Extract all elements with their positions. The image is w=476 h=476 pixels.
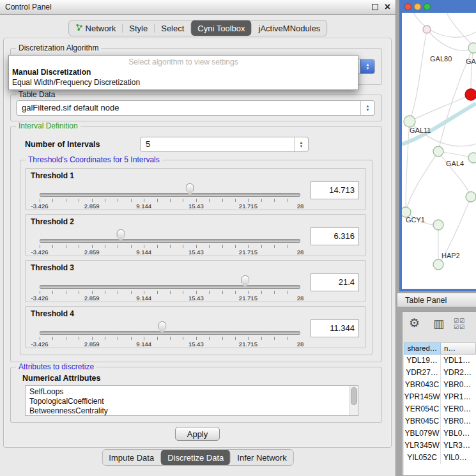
table-row[interactable]: YER054CYER0… (404, 403, 476, 415)
network-node[interactable] (468, 153, 476, 163)
float-window-icon[interactable] (372, 4, 378, 10)
number-of-intervals-combobox[interactable]: 5 ▲ ▼ (140, 137, 309, 152)
scale-label: 15.43 (188, 203, 204, 210)
network-canvas[interactable]: GAL80GAGAL11GAL4GCY1HAP2 (402, 13, 476, 289)
attribute-item[interactable]: BetweennessCentrality (29, 406, 348, 416)
minimize-traffic-icon[interactable] (414, 3, 421, 10)
gear-icon[interactable]: ⚙ (409, 316, 420, 330)
tab-label: Network (86, 24, 116, 33)
network-node[interactable] (466, 192, 476, 202)
network-edge[interactable] (438, 151, 471, 197)
network-edge[interactable] (427, 29, 473, 50)
close-traffic-icon[interactable] (404, 3, 411, 10)
network-view-window: GAL80GAGAL11GAL4GCY1HAP2 (399, 0, 476, 291)
tab-label: Infer Network (237, 453, 286, 463)
slider-scale-labels: -3.4262.8599.14415.4321.71528 (40, 249, 300, 256)
table-row[interactable]: YIL052CYIL0… (404, 452, 476, 464)
threshold-value-field[interactable]: 14.713 (311, 181, 359, 199)
apply-button[interactable]: Apply (175, 427, 220, 441)
scale-label: -3.426 (31, 295, 49, 302)
scale-label: 28 (297, 295, 304, 302)
table-row[interactable]: YBR043CYBR0… (404, 379, 476, 391)
table-toolbar: ⚙ ▥ ☑☑ ☑☑ (403, 312, 476, 342)
threshold-slider[interactable]: -3.4262.8599.14415.4321.71528 (33, 184, 307, 210)
attributes-listbox[interactable]: SelfLoopsTopologicalCoefficientBetweenne… (25, 385, 358, 416)
slider-thumb[interactable] (158, 321, 166, 334)
cell-name: YIL0… (441, 452, 476, 464)
network-node[interactable] (433, 259, 443, 270)
threshold-slider[interactable]: -3.4262.8599.14415.4321.71528 (33, 322, 307, 348)
tab-jactivemnodules[interactable]: jActiveMNodules (252, 20, 327, 36)
table-row[interactable]: YBR045CYBR0… (404, 415, 476, 427)
close-icon[interactable]: × (385, 0, 390, 13)
column-header-name[interactable]: n… (441, 342, 476, 355)
zoom-traffic-icon[interactable] (424, 3, 431, 10)
combobox-stepper-icon[interactable]: ▲ ▼ (294, 137, 308, 151)
threshold-value-field[interactable]: 21.4 (311, 273, 359, 291)
attributes-group: Attributes to discretize Numerical Attri… (10, 367, 382, 423)
bottom-tab-bar: Impute DataDiscretize DataInfer Network (102, 449, 293, 466)
table-data-combobox-value: galFiltered.sif default node (22, 101, 358, 115)
tab-network[interactable]: Network (69, 20, 123, 36)
scale-label: 28 (297, 249, 304, 256)
dropdown-option[interactable]: Manual Discretization (9, 67, 358, 77)
slider-track[interactable] (40, 331, 300, 335)
attribute-item[interactable]: TopologicalCoefficient (29, 397, 348, 406)
slider-thumb[interactable] (186, 183, 194, 196)
tab-select[interactable]: Select (155, 20, 190, 36)
tab-style[interactable]: Style (123, 20, 154, 36)
slider-scale-labels: -3.4262.8599.14415.4321.71528 (40, 341, 300, 348)
scale-label: 2.859 (84, 249, 100, 256)
network-edge[interactable] (406, 121, 410, 212)
threshold-slider[interactable]: -3.4262.8599.14415.4321.71528 (33, 276, 307, 302)
columns-icon[interactable]: ▥ (433, 317, 444, 331)
network-node[interactable] (433, 220, 443, 230)
table-data-group: Table Data galFiltered.sif default node … (10, 95, 382, 121)
network-edge[interactable] (447, 13, 472, 45)
combobox-stepper-icon[interactable]: ▲ ▼ (360, 59, 374, 73)
slider-thumb[interactable] (241, 275, 249, 288)
slider-thumb[interactable] (116, 229, 125, 242)
tab-cyni-toolbox[interactable]: Cyni Toolbox (191, 20, 251, 36)
spinner-up-icon: ▲ (300, 141, 303, 144)
table-row[interactable]: YLR345WYLR3… (404, 440, 476, 452)
tab-impute-data[interactable]: Impute Data (102, 450, 160, 465)
network-node[interactable] (465, 89, 476, 100)
network-node[interactable] (423, 26, 431, 33)
tab-infer-network[interactable]: Infer Network (231, 450, 293, 465)
scrollbar[interactable] (349, 386, 358, 415)
numerical-attributes-label: Numerical Attributes (22, 374, 100, 383)
dropdown-option[interactable]: Equal Width/Frequency Discretization (9, 77, 358, 88)
cell-shared-name: YBR045C (404, 415, 441, 427)
table-row[interactable]: YDR27…YDR2… (404, 367, 476, 379)
threshold-slider[interactable]: -3.4262.8599.14415.4321.71528 (33, 230, 307, 256)
slider-track[interactable] (40, 285, 300, 289)
table-data-combobox[interactable]: galFiltered.sif default node ▲ ▼ (16, 100, 375, 116)
scrollbar-thumb[interactable] (351, 387, 357, 405)
scale-label: 9.144 (136, 249, 151, 256)
scale-label: 9.144 (136, 203, 151, 210)
network-node[interactable] (468, 43, 476, 53)
table-row[interactable]: YPR145WYPR1… (404, 391, 476, 403)
tab-discretize-data[interactable]: Discretize Data (161, 450, 230, 465)
thresholds-group: Threshold's Coordinates for 5 Intervals … (20, 160, 372, 355)
network-edge[interactable] (413, 13, 476, 37)
table-row[interactable]: YDL19…YDL1… (404, 355, 476, 367)
network-node[interactable] (433, 146, 443, 157)
checkbox-grid-icon[interactable]: ☑☑ ☑☑ (454, 318, 465, 330)
network-node[interactable] (404, 116, 415, 127)
tab-label: Style (129, 24, 148, 33)
attribute-item[interactable]: SelfLoops (29, 387, 348, 397)
network-edge[interactable] (406, 151, 438, 212)
network-edge[interactable] (410, 29, 427, 121)
combobox-stepper-icon[interactable]: ▲ ▼ (360, 101, 374, 115)
network-edge[interactable] (410, 95, 471, 121)
slider-track[interactable] (40, 239, 300, 243)
threshold-value-field[interactable]: 6.316 (311, 227, 359, 245)
table-row[interactable]: YBL079WYBL0… (404, 427, 476, 440)
network-edge[interactable] (471, 48, 473, 95)
slider-track[interactable] (40, 193, 300, 197)
top-tab-bar: NetworkStyleSelectCyni ToolboxjActiveMNo… (68, 20, 328, 36)
threshold-value-field[interactable]: 11.344 (311, 319, 359, 337)
column-header-shared-name[interactable]: shared… (404, 342, 441, 355)
